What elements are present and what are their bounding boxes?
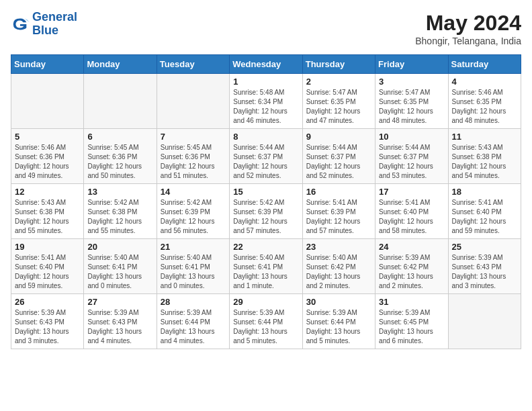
- day-info: Sunrise: 5:41 AM Sunset: 6:40 PM Dayligh…: [452, 198, 517, 236]
- day-number: 15: [233, 187, 298, 197]
- weekday-header-friday: Friday: [375, 55, 448, 74]
- calendar-cell: 24Sunrise: 5:39 AM Sunset: 6:42 PM Dayli…: [375, 239, 448, 294]
- day-info: Sunrise: 5:39 AM Sunset: 6:45 PM Dayligh…: [379, 308, 444, 346]
- calendar-cell: 31Sunrise: 5:39 AM Sunset: 6:45 PM Dayli…: [375, 294, 448, 349]
- weekday-header-saturday: Saturday: [448, 55, 521, 74]
- day-number: 21: [161, 242, 226, 252]
- calendar-cell: 25Sunrise: 5:39 AM Sunset: 6:43 PM Dayli…: [448, 239, 521, 294]
- calendar-cell: 19Sunrise: 5:41 AM Sunset: 6:40 PM Dayli…: [11, 239, 84, 294]
- weekday-header-tuesday: Tuesday: [157, 55, 229, 74]
- day-number: 16: [306, 187, 371, 197]
- calendar-cell: 16Sunrise: 5:41 AM Sunset: 6:39 PM Dayli…: [302, 184, 375, 239]
- day-number: 24: [379, 242, 444, 252]
- day-info: Sunrise: 5:47 AM Sunset: 6:35 PM Dayligh…: [379, 88, 444, 126]
- calendar-cell: 14Sunrise: 5:42 AM Sunset: 6:39 PM Dayli…: [157, 184, 229, 239]
- day-number: 22: [233, 242, 298, 252]
- day-info: Sunrise: 5:39 AM Sunset: 6:43 PM Dayligh…: [87, 308, 152, 346]
- day-info: Sunrise: 5:46 AM Sunset: 6:36 PM Dayligh…: [15, 143, 80, 181]
- calendar-cell: 30Sunrise: 5:39 AM Sunset: 6:44 PM Dayli…: [302, 294, 375, 349]
- calendar-cell: 4Sunrise: 5:46 AM Sunset: 6:35 PM Daylig…: [448, 74, 521, 129]
- day-number: 23: [306, 242, 371, 252]
- day-info: Sunrise: 5:40 AM Sunset: 6:41 PM Dayligh…: [233, 253, 298, 291]
- day-number: 6: [87, 132, 152, 142]
- calendar-cell: 18Sunrise: 5:41 AM Sunset: 6:40 PM Dayli…: [448, 184, 521, 239]
- calendar-cell: 5Sunrise: 5:46 AM Sunset: 6:36 PM Daylig…: [11, 129, 84, 184]
- day-number: 25: [452, 242, 517, 252]
- calendar-cell: 8Sunrise: 5:44 AM Sunset: 6:37 PM Daylig…: [230, 129, 302, 184]
- calendar-cell: 9Sunrise: 5:44 AM Sunset: 6:37 PM Daylig…: [302, 129, 375, 184]
- day-info: Sunrise: 5:44 AM Sunset: 6:37 PM Dayligh…: [379, 143, 444, 181]
- day-info: Sunrise: 5:41 AM Sunset: 6:40 PM Dayligh…: [15, 253, 80, 291]
- day-number: 17: [379, 187, 444, 197]
- day-number: 26: [15, 297, 80, 307]
- day-number: 8: [233, 132, 298, 142]
- day-number: 30: [306, 297, 371, 307]
- logo: General Blue: [11, 11, 77, 38]
- calendar-cell: 17Sunrise: 5:41 AM Sunset: 6:40 PM Dayli…: [375, 184, 448, 239]
- calendar-cell: 7Sunrise: 5:45 AM Sunset: 6:36 PM Daylig…: [157, 129, 229, 184]
- weekday-header-monday: Monday: [84, 55, 157, 74]
- calendar-cell: 27Sunrise: 5:39 AM Sunset: 6:43 PM Dayli…: [84, 294, 157, 349]
- calendar-cell: 10Sunrise: 5:44 AM Sunset: 6:37 PM Dayli…: [375, 129, 448, 184]
- day-number: 3: [379, 77, 444, 87]
- calendar-cell: 2Sunrise: 5:47 AM Sunset: 6:35 PM Daylig…: [302, 74, 375, 129]
- day-info: Sunrise: 5:39 AM Sunset: 6:44 PM Dayligh…: [161, 308, 226, 346]
- day-info: Sunrise: 5:42 AM Sunset: 6:39 PM Dayligh…: [161, 198, 226, 236]
- calendar-cell: [448, 294, 521, 349]
- day-number: 10: [379, 132, 444, 142]
- day-number: 9: [306, 132, 371, 142]
- day-info: Sunrise: 5:42 AM Sunset: 6:39 PM Dayligh…: [233, 198, 298, 236]
- calendar-cell: 15Sunrise: 5:42 AM Sunset: 6:39 PM Dayli…: [230, 184, 302, 239]
- calendar-week-row: 19Sunrise: 5:41 AM Sunset: 6:40 PM Dayli…: [11, 239, 521, 294]
- weekday-header-wednesday: Wednesday: [230, 55, 302, 74]
- day-info: Sunrise: 5:44 AM Sunset: 6:37 PM Dayligh…: [233, 143, 298, 181]
- day-number: 28: [161, 297, 226, 307]
- day-number: 13: [87, 187, 152, 197]
- day-number: 20: [87, 242, 152, 252]
- day-info: Sunrise: 5:39 AM Sunset: 6:42 PM Dayligh…: [379, 253, 444, 291]
- day-info: Sunrise: 5:39 AM Sunset: 6:43 PM Dayligh…: [452, 253, 517, 291]
- weekday-header-thursday: Thursday: [302, 55, 375, 74]
- calendar-table: SundayMondayTuesdayWednesdayThursdayFrid…: [11, 54, 521, 349]
- title-area: May 2024 Bhongir, Telangana, India: [415, 11, 521, 46]
- day-info: Sunrise: 5:40 AM Sunset: 6:41 PM Dayligh…: [87, 253, 152, 291]
- calendar-cell: 11Sunrise: 5:43 AM Sunset: 6:38 PM Dayli…: [448, 129, 521, 184]
- calendar-cell: [84, 74, 157, 129]
- day-number: 1: [233, 77, 298, 87]
- calendar-week-row: 12Sunrise: 5:43 AM Sunset: 6:38 PM Dayli…: [11, 184, 521, 239]
- weekday-header-sunday: Sunday: [11, 55, 84, 74]
- month-title: May 2024: [415, 11, 521, 36]
- weekday-header-row: SundayMondayTuesdayWednesdayThursdayFrid…: [11, 55, 521, 74]
- day-number: 4: [452, 77, 517, 87]
- location-subtitle: Bhongir, Telangana, India: [415, 36, 521, 46]
- calendar-cell: 3Sunrise: 5:47 AM Sunset: 6:35 PM Daylig…: [375, 74, 448, 129]
- day-info: Sunrise: 5:44 AM Sunset: 6:37 PM Dayligh…: [306, 143, 371, 181]
- page-header: General Blue May 2024 Bhongir, Telangana…: [11, 11, 521, 46]
- day-info: Sunrise: 5:40 AM Sunset: 6:41 PM Dayligh…: [161, 253, 226, 291]
- day-info: Sunrise: 5:41 AM Sunset: 6:39 PM Dayligh…: [306, 198, 371, 236]
- logo-text: General Blue: [32, 11, 77, 38]
- calendar-cell: [157, 74, 229, 129]
- day-number: 31: [379, 297, 444, 307]
- day-info: Sunrise: 5:40 AM Sunset: 6:42 PM Dayligh…: [306, 253, 371, 291]
- day-number: 29: [233, 297, 298, 307]
- calendar-week-row: 5Sunrise: 5:46 AM Sunset: 6:36 PM Daylig…: [11, 129, 521, 184]
- day-info: Sunrise: 5:46 AM Sunset: 6:35 PM Dayligh…: [452, 88, 517, 126]
- day-info: Sunrise: 5:45 AM Sunset: 6:36 PM Dayligh…: [161, 143, 226, 181]
- day-info: Sunrise: 5:48 AM Sunset: 6:34 PM Dayligh…: [233, 88, 298, 126]
- day-info: Sunrise: 5:41 AM Sunset: 6:40 PM Dayligh…: [379, 198, 444, 236]
- day-info: Sunrise: 5:43 AM Sunset: 6:38 PM Dayligh…: [452, 143, 517, 181]
- day-number: 14: [161, 187, 226, 197]
- day-number: 18: [452, 187, 517, 197]
- day-number: 27: [87, 297, 152, 307]
- calendar-cell: 29Sunrise: 5:39 AM Sunset: 6:44 PM Dayli…: [230, 294, 302, 349]
- logo-icon: [11, 15, 30, 34]
- calendar-week-row: 26Sunrise: 5:39 AM Sunset: 6:43 PM Dayli…: [11, 294, 521, 349]
- day-info: Sunrise: 5:45 AM Sunset: 6:36 PM Dayligh…: [87, 143, 152, 181]
- day-number: 11: [452, 132, 517, 142]
- calendar-cell: 28Sunrise: 5:39 AM Sunset: 6:44 PM Dayli…: [157, 294, 229, 349]
- calendar-week-row: 1Sunrise: 5:48 AM Sunset: 6:34 PM Daylig…: [11, 74, 521, 129]
- calendar-cell: 12Sunrise: 5:43 AM Sunset: 6:38 PM Dayli…: [11, 184, 84, 239]
- calendar-cell: 23Sunrise: 5:40 AM Sunset: 6:42 PM Dayli…: [302, 239, 375, 294]
- calendar-cell: 21Sunrise: 5:40 AM Sunset: 6:41 PM Dayli…: [157, 239, 229, 294]
